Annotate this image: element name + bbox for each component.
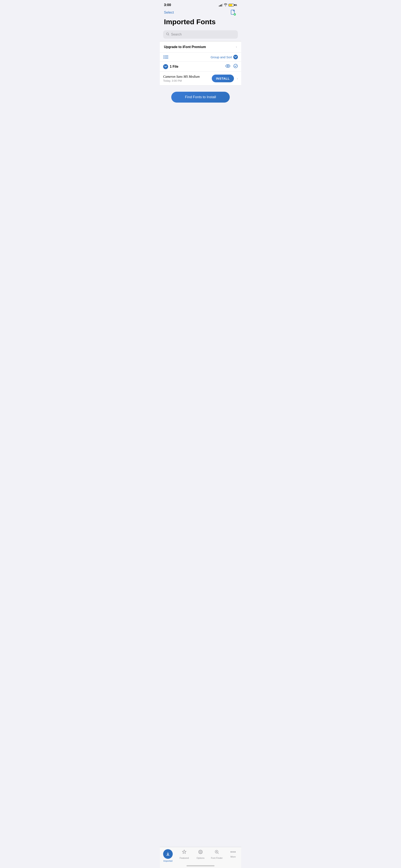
add-file-button[interactable]	[229, 9, 237, 16]
search-placeholder: Search	[171, 33, 182, 36]
file-dropdown-icon[interactable]	[163, 64, 168, 69]
install-button[interactable]: INSTALL	[212, 74, 234, 82]
eye-icon[interactable]	[225, 64, 230, 69]
svg-point-9	[226, 65, 230, 67]
file-count-left: 1 File	[163, 64, 178, 69]
search-container: Search	[160, 30, 241, 41]
status-icons: 31	[219, 3, 237, 7]
svg-point-3	[163, 55, 164, 56]
check-circle-icon[interactable]	[233, 64, 238, 69]
status-bar: 3:00 31	[160, 0, 241, 9]
select-button[interactable]: Select	[164, 10, 174, 14]
svg-point-5	[163, 57, 164, 57]
search-bar[interactable]: Search	[163, 30, 238, 39]
group-sort-label: Group and Sort	[211, 55, 232, 59]
find-fonts-section: Find Fonts to Install	[160, 86, 241, 109]
file-count-row: 1 File	[160, 62, 241, 72]
svg-point-11	[234, 64, 238, 68]
svg-point-10	[227, 65, 228, 67]
file-count-text: 1 File	[170, 65, 178, 68]
font-name: Cameron Sans MS Medium	[163, 75, 212, 79]
svg-point-7	[163, 58, 164, 59]
upgrade-chevron-icon: ›	[236, 45, 237, 49]
page-title: Imported Fonts	[164, 18, 237, 26]
wifi-icon	[224, 3, 227, 7]
header-nav: Select	[164, 9, 237, 16]
font-item-actions: INSTALL ›	[212, 74, 238, 82]
search-icon	[166, 32, 169, 36]
group-sort-dropdown-icon	[233, 55, 238, 59]
font-list-item[interactable]: Cameron Sans MS Medium Today, 3:00 PM IN…	[160, 72, 241, 86]
list-icon[interactable]	[163, 55, 168, 59]
toolbar: Group and Sort	[160, 53, 241, 62]
font-item-info: Cameron Sans MS Medium Today, 3:00 PM	[163, 75, 212, 82]
font-date: Today, 3:00 PM	[163, 79, 212, 82]
upgrade-text: Upgrade to iFont Premium	[164, 45, 206, 49]
header: Select Imported Fonts	[160, 9, 241, 30]
battery-icon: 31	[228, 4, 237, 6]
status-time: 3:00	[164, 3, 171, 7]
empty-space	[160, 109, 241, 192]
upgrade-banner[interactable]: Upgrade to iFont Premium ›	[160, 41, 241, 53]
file-count-icons	[225, 64, 238, 69]
group-sort-button[interactable]: Group and Sort	[211, 55, 238, 59]
find-fonts-button[interactable]: Find Fonts to Install	[171, 92, 230, 102]
signal-icon	[219, 4, 223, 6]
item-chevron-icon: ›	[237, 77, 238, 81]
